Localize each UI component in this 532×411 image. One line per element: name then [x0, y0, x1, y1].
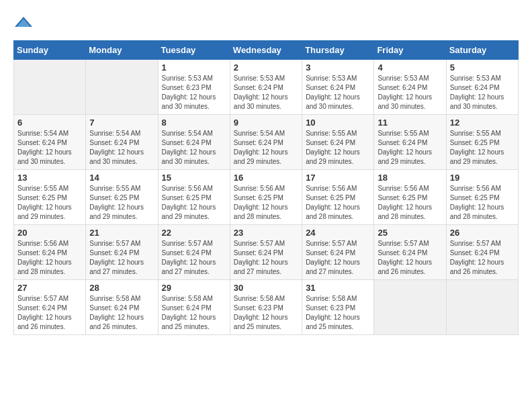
day-number: 12 [450, 118, 515, 128]
day-info: Sunrise: 5:54 AMSunset: 6:24 PMDaylight:… [162, 129, 226, 167]
day-number: 16 [234, 173, 298, 183]
day-number: 5 [450, 62, 515, 73]
day-info: Sunrise: 5:58 AMSunset: 6:24 PMDaylight:… [162, 294, 226, 332]
day-number: 23 [234, 228, 298, 238]
calendar-cell: 13Sunrise: 5:55 AMSunset: 6:25 PMDayligh… [14, 170, 86, 225]
calendar-cell: 12Sunrise: 5:55 AMSunset: 6:25 PMDayligh… [446, 115, 518, 170]
day-info: Sunrise: 5:58 AMSunset: 6:24 PMDaylight:… [89, 294, 154, 332]
calendar-cell: 29Sunrise: 5:58 AMSunset: 6:24 PMDayligh… [158, 280, 230, 335]
day-number: 26 [450, 228, 515, 238]
logo [13, 13, 36, 34]
calendar-cell [86, 60, 158, 115]
day-info: Sunrise: 5:57 AMSunset: 6:24 PMDaylight:… [162, 239, 226, 277]
day-number: 6 [17, 118, 82, 128]
day-number: 31 [306, 283, 370, 293]
week-row-3: 13Sunrise: 5:55 AMSunset: 6:25 PMDayligh… [14, 170, 519, 225]
calendar-cell [446, 280, 518, 335]
day-number: 2 [234, 62, 298, 73]
day-info: Sunrise: 5:54 AMSunset: 6:24 PMDaylight:… [89, 129, 154, 167]
day-number: 20 [17, 228, 82, 238]
day-info: Sunrise: 5:56 AMSunset: 6:25 PMDaylight:… [306, 184, 370, 222]
week-row-4: 20Sunrise: 5:56 AMSunset: 6:24 PMDayligh… [14, 225, 519, 280]
column-header-tuesday: Tuesday [158, 41, 230, 60]
day-number: 11 [378, 118, 442, 128]
week-row-1: 1Sunrise: 5:53 AMSunset: 6:23 PMDaylight… [14, 60, 519, 115]
day-info: Sunrise: 5:53 AMSunset: 6:23 PMDaylight:… [162, 74, 226, 111]
day-info: Sunrise: 5:53 AMSunset: 6:24 PMDaylight:… [378, 74, 442, 111]
column-header-monday: Monday [86, 41, 158, 60]
day-info: Sunrise: 5:53 AMSunset: 6:24 PMDaylight:… [234, 74, 298, 111]
day-number: 8 [162, 118, 226, 128]
day-number: 28 [89, 283, 154, 293]
calendar-cell: 18Sunrise: 5:56 AMSunset: 6:25 PMDayligh… [374, 170, 446, 225]
week-row-5: 27Sunrise: 5:57 AMSunset: 6:24 PMDayligh… [14, 280, 519, 335]
calendar-cell: 9Sunrise: 5:54 AMSunset: 6:24 PMDaylight… [230, 115, 302, 170]
calendar-cell: 28Sunrise: 5:58 AMSunset: 6:24 PMDayligh… [86, 280, 158, 335]
calendar-cell [14, 60, 86, 115]
calendar-cell: 10Sunrise: 5:55 AMSunset: 6:24 PMDayligh… [302, 115, 374, 170]
calendar: SundayMondayTuesdayWednesdayThursdayFrid… [13, 40, 519, 335]
calendar-cell: 3Sunrise: 5:53 AMSunset: 6:24 PMDaylight… [302, 60, 374, 115]
calendar-cell [374, 280, 446, 335]
calendar-cell: 26Sunrise: 5:57 AMSunset: 6:24 PMDayligh… [446, 225, 518, 280]
calendar-cell: 25Sunrise: 5:57 AMSunset: 6:24 PMDayligh… [374, 225, 446, 280]
day-info: Sunrise: 5:57 AMSunset: 6:24 PMDaylight:… [306, 239, 370, 277]
day-info: Sunrise: 5:57 AMSunset: 6:24 PMDaylight:… [450, 239, 515, 277]
day-info: Sunrise: 5:57 AMSunset: 6:24 PMDaylight:… [89, 239, 154, 277]
calendar-cell: 19Sunrise: 5:56 AMSunset: 6:25 PMDayligh… [446, 170, 518, 225]
day-info: Sunrise: 5:56 AMSunset: 6:25 PMDaylight:… [234, 184, 298, 222]
day-info: Sunrise: 5:56 AMSunset: 6:25 PMDaylight:… [162, 184, 226, 222]
day-number: 3 [306, 62, 370, 73]
week-row-2: 6Sunrise: 5:54 AMSunset: 6:24 PMDaylight… [14, 115, 519, 170]
day-info: Sunrise: 5:56 AMSunset: 6:24 PMDaylight:… [17, 239, 82, 277]
calendar-cell: 22Sunrise: 5:57 AMSunset: 6:24 PMDayligh… [158, 225, 230, 280]
calendar-cell: 24Sunrise: 5:57 AMSunset: 6:24 PMDayligh… [302, 225, 374, 280]
day-number: 14 [89, 173, 154, 183]
calendar-cell: 5Sunrise: 5:53 AMSunset: 6:24 PMDaylight… [446, 60, 518, 115]
calendar-cell: 4Sunrise: 5:53 AMSunset: 6:24 PMDaylight… [374, 60, 446, 115]
day-number: 4 [378, 62, 442, 73]
calendar-cell: 17Sunrise: 5:56 AMSunset: 6:25 PMDayligh… [302, 170, 374, 225]
calendar-cell: 7Sunrise: 5:54 AMSunset: 6:24 PMDaylight… [86, 115, 158, 170]
day-number: 24 [306, 228, 370, 238]
logo-icon [13, 13, 34, 34]
day-number: 27 [17, 283, 82, 293]
day-info: Sunrise: 5:55 AMSunset: 6:25 PMDaylight:… [89, 184, 154, 222]
page-header [13, 13, 519, 34]
day-info: Sunrise: 5:54 AMSunset: 6:24 PMDaylight:… [17, 129, 82, 167]
column-header-friday: Friday [374, 41, 446, 60]
day-info: Sunrise: 5:58 AMSunset: 6:23 PMDaylight:… [234, 294, 298, 332]
day-number: 7 [89, 118, 154, 128]
day-info: Sunrise: 5:55 AMSunset: 6:24 PMDaylight:… [378, 129, 442, 167]
column-header-saturday: Saturday [446, 41, 518, 60]
calendar-cell: 8Sunrise: 5:54 AMSunset: 6:24 PMDaylight… [158, 115, 230, 170]
day-number: 22 [162, 228, 226, 238]
day-info: Sunrise: 5:55 AMSunset: 6:25 PMDaylight:… [17, 184, 82, 222]
day-info: Sunrise: 5:55 AMSunset: 6:24 PMDaylight:… [306, 129, 370, 167]
calendar-cell: 15Sunrise: 5:56 AMSunset: 6:25 PMDayligh… [158, 170, 230, 225]
day-info: Sunrise: 5:57 AMSunset: 6:24 PMDaylight:… [378, 239, 442, 277]
day-number: 29 [162, 283, 226, 293]
day-number: 21 [89, 228, 154, 238]
day-info: Sunrise: 5:57 AMSunset: 6:24 PMDaylight:… [17, 294, 82, 332]
column-header-wednesday: Wednesday [230, 41, 302, 60]
day-number: 15 [162, 173, 226, 183]
day-number: 1 [162, 62, 226, 73]
day-number: 18 [378, 173, 442, 183]
calendar-header-row: SundayMondayTuesdayWednesdayThursdayFrid… [14, 41, 519, 60]
calendar-cell: 2Sunrise: 5:53 AMSunset: 6:24 PMDaylight… [230, 60, 302, 115]
day-number: 19 [450, 173, 515, 183]
column-header-sunday: Sunday [14, 41, 86, 60]
calendar-cell: 21Sunrise: 5:57 AMSunset: 6:24 PMDayligh… [86, 225, 158, 280]
day-number: 9 [234, 118, 298, 128]
day-info: Sunrise: 5:56 AMSunset: 6:25 PMDaylight:… [450, 184, 515, 222]
calendar-cell: 23Sunrise: 5:57 AMSunset: 6:24 PMDayligh… [230, 225, 302, 280]
calendar-cell: 11Sunrise: 5:55 AMSunset: 6:24 PMDayligh… [374, 115, 446, 170]
calendar-cell: 14Sunrise: 5:55 AMSunset: 6:25 PMDayligh… [86, 170, 158, 225]
calendar-cell: 20Sunrise: 5:56 AMSunset: 6:24 PMDayligh… [14, 225, 86, 280]
day-info: Sunrise: 5:55 AMSunset: 6:25 PMDaylight:… [450, 129, 515, 167]
day-info: Sunrise: 5:56 AMSunset: 6:25 PMDaylight:… [378, 184, 442, 222]
column-header-thursday: Thursday [302, 41, 374, 60]
day-number: 30 [234, 283, 298, 293]
day-number: 25 [378, 228, 442, 238]
